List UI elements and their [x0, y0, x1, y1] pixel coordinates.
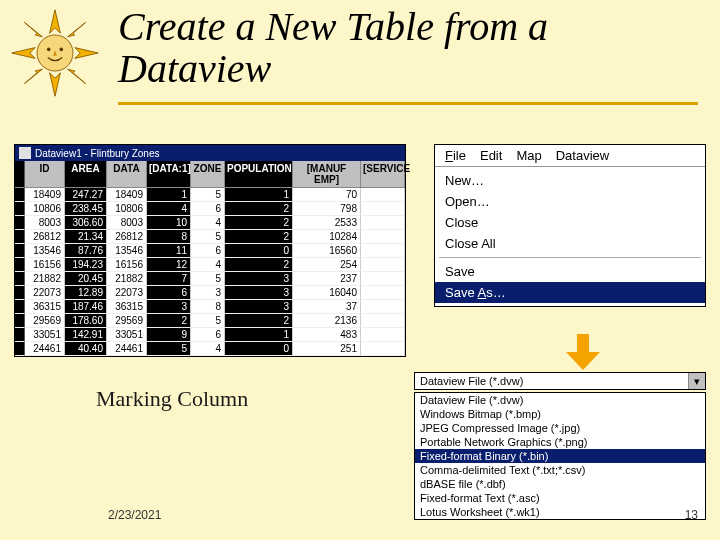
filetype-option[interactable]: JPEG Compressed Image (*.jpg): [415, 421, 705, 435]
window-icon: [19, 147, 31, 159]
menu-dataview[interactable]: Dataview: [556, 148, 609, 163]
filetype-option[interactable]: Lotus Worksheet (*.wk1): [415, 505, 705, 519]
filetype-list: Dataview File (*.dvw)Windows Bitmap (*.b…: [414, 392, 706, 520]
col-data[interactable]: DATA: [107, 161, 147, 188]
table-row[interactable]: 10806238.4510806462798: [15, 202, 405, 216]
table-header-row: ID AREA DATA [DATA:1] ZONE POPULATION [M…: [15, 161, 405, 188]
filetype-option[interactable]: Portable Network Graphics (*.png): [415, 435, 705, 449]
filetype-option[interactable]: Comma-delimited Text (*.txt;*.csv): [415, 463, 705, 477]
table-row[interactable]: 16156194.23161561242254: [15, 258, 405, 272]
chevron-down-icon[interactable]: ▾: [688, 373, 705, 389]
sun-icon: [10, 8, 100, 98]
window-title: Dataview1 - Flintbury Zones: [35, 148, 160, 159]
svg-marker-4: [24, 22, 42, 36]
table-row[interactable]: 33051142.9133051961483: [15, 328, 405, 342]
slide-pagenum: 13: [685, 508, 698, 522]
file-menu-panel: File Edit Map Dataview New… Open… Close …: [434, 144, 706, 307]
filetype-option[interactable]: Fixed-format Binary (*.bin): [415, 449, 705, 463]
table-row[interactable]: 2681221.342681285210284: [15, 230, 405, 244]
col-zone[interactable]: ZONE: [191, 161, 225, 188]
svg-marker-7: [68, 69, 86, 83]
svg-point-10: [60, 48, 64, 52]
col-id[interactable]: ID: [25, 161, 65, 188]
table-row[interactable]: 18409247.271840915170: [15, 188, 405, 202]
arrow-icon: [566, 334, 600, 370]
svg-marker-2: [12, 48, 35, 59]
menu-separator: [439, 257, 701, 258]
marking-column-label: Marking Column: [96, 386, 248, 412]
slide-date: 2/23/2021: [108, 508, 161, 522]
svg-marker-1: [50, 73, 61, 96]
filetype-combobox[interactable]: Dataview File (*.dvw) ▾: [414, 372, 706, 390]
title-underline: [118, 102, 698, 105]
svg-point-9: [47, 48, 51, 52]
menu-item-close-all[interactable]: Close All: [435, 233, 705, 254]
col-area[interactable]: AREA: [65, 161, 107, 188]
table-body: 18409247.27184091517010806238.4510806462…: [15, 188, 405, 356]
filetype-selected: Dataview File (*.dvw): [415, 373, 688, 389]
menu-file[interactable]: File: [445, 148, 466, 163]
table-row[interactable]: 29569178.60295692522136: [15, 314, 405, 328]
filetype-option[interactable]: Fixed-format Text (*.asc): [415, 491, 705, 505]
filetype-option[interactable]: dBASE file (*.dbf): [415, 477, 705, 491]
menu-item-save-as[interactable]: Save As…: [435, 282, 705, 303]
table-row[interactable]: 2188220.4521882753237: [15, 272, 405, 286]
filetype-option[interactable]: Dataview File (*.dvw): [415, 393, 705, 407]
col-pop[interactable]: POPULATION: [225, 161, 293, 188]
menu-item-open[interactable]: Open…: [435, 191, 705, 212]
col-memp[interactable]: [MANUF EMP]: [293, 161, 361, 188]
filetype-option[interactable]: Windows Bitmap (*.bmp): [415, 407, 705, 421]
dataview-window: Dataview1 - Flintbury Zones ID AREA DATA…: [14, 144, 406, 357]
table-row[interactable]: 1354687.7613546116016560: [15, 244, 405, 258]
slide-title: Create a New Table from a Dataview: [118, 6, 698, 90]
col-serv[interactable]: [SERVICE: [361, 161, 405, 188]
col-data1[interactable]: [DATA:1]: [147, 161, 191, 188]
dataview-titlebar: Dataview1 - Flintbury Zones: [15, 145, 405, 161]
menu-item-save[interactable]: Save: [435, 261, 705, 282]
menu-item-close[interactable]: Close: [435, 212, 705, 233]
table-row[interactable]: 8003306.60800310422533: [15, 216, 405, 230]
svg-marker-6: [24, 69, 42, 83]
svg-marker-3: [75, 48, 98, 59]
menu-edit[interactable]: Edit: [480, 148, 502, 163]
menubar: File Edit Map Dataview: [435, 145, 705, 167]
svg-marker-5: [68, 22, 86, 36]
table-row[interactable]: 36315187.463631538337: [15, 300, 405, 314]
menu-item-new[interactable]: New…: [435, 170, 705, 191]
svg-marker-0: [50, 10, 61, 33]
file-dropdown: New… Open… Close Close All Save Save As…: [435, 167, 705, 306]
table-row[interactable]: 2446140.4024461540251: [15, 342, 405, 356]
table-row[interactable]: 2207312.892207363316040: [15, 286, 405, 300]
menu-map[interactable]: Map: [516, 148, 541, 163]
